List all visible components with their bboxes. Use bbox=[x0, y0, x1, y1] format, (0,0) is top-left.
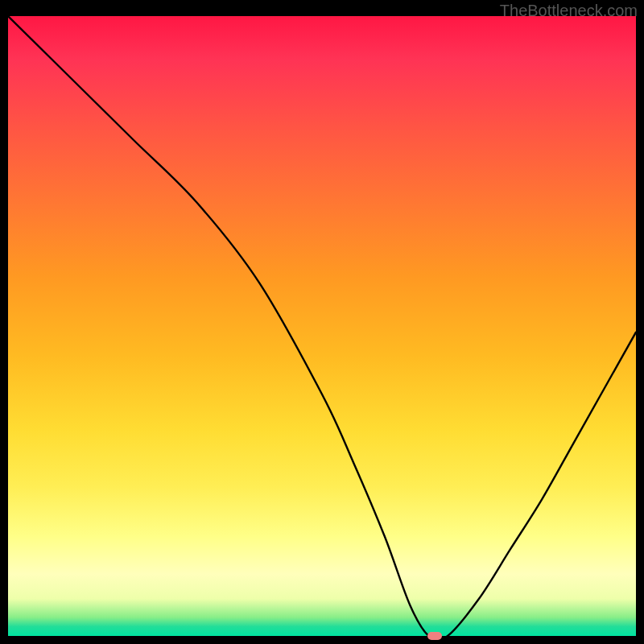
chart-curve-svg bbox=[8, 16, 636, 636]
optimal-point-marker bbox=[427, 632, 442, 640]
chart-plot-area bbox=[8, 16, 636, 636]
bottleneck-curve-line bbox=[8, 16, 636, 636]
